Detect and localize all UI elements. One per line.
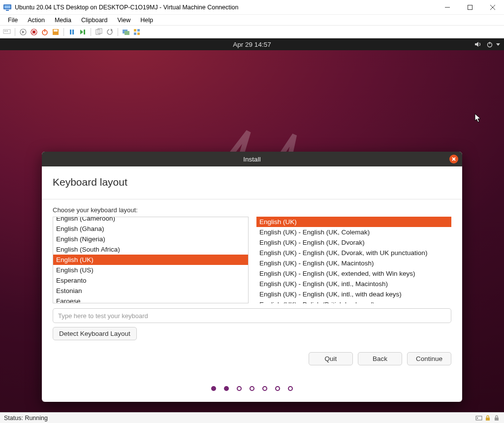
- installer-subtitle: Choose your keyboard layout:: [53, 206, 451, 214]
- svg-point-37: [477, 417, 478, 418]
- svg-rect-19: [72, 30, 74, 34]
- minimize-button[interactable]: [436, 0, 459, 15]
- installer-close-button[interactable]: [449, 155, 458, 163]
- layout-country-item[interactable]: Faroese: [53, 296, 248, 303]
- gnome-topbar: Apr 29 14:57: [0, 38, 504, 50]
- enhanced-session-icon[interactable]: [122, 28, 130, 36]
- turnoff-icon[interactable]: [30, 28, 38, 36]
- layout-variant-item[interactable]: English (UK) - English (UK, Dvorak, with…: [256, 248, 451, 258]
- layout-country-item[interactable]: English (Cameroon): [53, 217, 248, 224]
- layout-variant-item[interactable]: English (UK) - English (UK, Colemak): [256, 227, 451, 237]
- host-titlebar: Ubuntu 20.04 LTS Desktop on DESKTOP-C1O1…: [0, 0, 504, 15]
- layout-variant-item[interactable]: English (UK) - Polish (British keyboard): [256, 299, 451, 303]
- chevron-down-icon: [496, 43, 500, 46]
- progress-dot: [237, 386, 242, 391]
- host-menubar: File Action Media Clipboard View Help: [0, 15, 504, 26]
- svg-rect-17: [54, 30, 58, 32]
- continue-button[interactable]: Continue: [407, 352, 451, 365]
- revert-icon[interactable]: [106, 28, 114, 36]
- network-status-icon: [475, 415, 482, 422]
- gnome-clock[interactable]: Apr 29 14:57: [233, 41, 271, 48]
- host-statusbar: Status: Running: [0, 412, 504, 423]
- ctrl-alt-del-icon[interactable]: [3, 28, 11, 36]
- layout-country-item[interactable]: English (US): [53, 265, 248, 275]
- svg-rect-30: [137, 33, 140, 35]
- layout-country-item[interactable]: Esperanto: [53, 275, 248, 286]
- pause-icon[interactable]: [68, 28, 76, 36]
- menu-media[interactable]: Media: [50, 16, 76, 25]
- checkpoint-icon[interactable]: [95, 28, 103, 36]
- layout-country-item[interactable]: English (Ghana): [53, 224, 248, 234]
- ubuntu-desktop: Apr 29 14:57 Install Keyboard layout Cho…: [0, 38, 504, 412]
- back-button[interactable]: Back: [358, 352, 402, 365]
- detect-layout-button[interactable]: Detect Keyboard Layout: [53, 327, 137, 340]
- layout-variant-item[interactable]: English (UK) - English (UK, Dvorak): [256, 237, 451, 248]
- installer-body: Keyboard layout Choose your keyboard lay…: [42, 166, 462, 402]
- layout-country-item[interactable]: Estonian: [53, 286, 248, 296]
- svg-rect-4: [468, 5, 472, 9]
- menu-view[interactable]: View: [112, 16, 135, 25]
- close-button[interactable]: [481, 0, 504, 15]
- progress-dot: [224, 386, 229, 391]
- progress-dot: [288, 386, 293, 391]
- gnome-system-menu[interactable]: [474, 38, 500, 50]
- layout-variant-list[interactable]: English (UK)English (UK) - English (UK, …: [256, 217, 451, 303]
- svg-marker-31: [475, 42, 478, 47]
- keyboard-test-input[interactable]: [53, 308, 451, 323]
- progress-dot: [250, 386, 254, 391]
- svg-rect-21: [84, 30, 85, 34]
- lock-status-icon: [484, 415, 491, 422]
- menu-clipboard[interactable]: Clipboard: [76, 16, 113, 25]
- menu-action[interactable]: Action: [23, 16, 50, 25]
- host-title-text: Ubuntu 20.04 LTS Desktop on DESKTOP-C1O1…: [15, 4, 238, 11]
- svg-rect-13: [32, 31, 35, 33]
- svg-rect-29: [134, 33, 136, 35]
- save-icon[interactable]: [52, 28, 60, 36]
- svg-rect-39: [495, 418, 499, 421]
- maximize-button[interactable]: [459, 0, 481, 15]
- svg-rect-9: [6, 31, 8, 32]
- svg-rect-2: [6, 10, 9, 11]
- progress-dots: [53, 386, 451, 391]
- mouse-cursor: [474, 113, 481, 123]
- layout-variant-item[interactable]: English (UK) - English (UK, intl., Macin…: [256, 279, 451, 289]
- installer-titlebar[interactable]: Install: [42, 152, 462, 166]
- ubuntu-installer-window: Install Keyboard layout Choose your keyb…: [42, 152, 462, 402]
- svg-rect-28: [137, 29, 140, 32]
- svg-marker-20: [80, 30, 83, 34]
- progress-dot: [262, 386, 267, 391]
- security-status-icon: [493, 415, 500, 422]
- layout-variant-item[interactable]: English (UK) - English (UK, Macintosh): [256, 258, 451, 268]
- quit-button[interactable]: Quit: [309, 352, 353, 365]
- start-icon[interactable]: [19, 28, 27, 36]
- layout-variant-item[interactable]: English (UK) - English (UK, extended, wi…: [256, 268, 451, 279]
- heading-separator: [42, 199, 462, 199]
- svg-marker-11: [22, 31, 25, 33]
- shutdown-icon[interactable]: [41, 28, 49, 36]
- host-toolbar: [0, 26, 504, 38]
- reset-icon[interactable]: [79, 28, 87, 36]
- layout-country-item[interactable]: English (Nigeria): [53, 234, 248, 244]
- layout-country-item[interactable]: English (South Africa): [53, 244, 248, 255]
- svg-rect-36: [476, 416, 482, 420]
- svg-rect-38: [486, 418, 490, 421]
- host-status-text: Status: Running: [4, 415, 48, 422]
- layout-variant-item[interactable]: English (UK) - English (UK, intl., with …: [256, 289, 451, 299]
- layout-variant-item[interactable]: English (UK): [256, 217, 451, 227]
- progress-dot: [275, 386, 280, 391]
- svg-rect-8: [4, 31, 6, 32]
- svg-rect-26: [125, 31, 129, 35]
- layout-country-list[interactable]: English (Cameroon)English (Ghana)English…: [53, 217, 249, 303]
- power-icon: [486, 41, 493, 48]
- svg-rect-27: [134, 29, 136, 32]
- installer-title: Install: [243, 156, 260, 163]
- volume-icon: [474, 41, 481, 48]
- hyperv-icon: [3, 3, 12, 11]
- share-icon[interactable]: [133, 28, 141, 36]
- layout-country-item[interactable]: English (UK): [53, 255, 248, 265]
- svg-rect-1: [4, 5, 10, 8]
- progress-dot: [211, 386, 216, 391]
- svg-rect-18: [70, 30, 71, 34]
- menu-help[interactable]: Help: [135, 16, 158, 25]
- menu-file[interactable]: File: [3, 16, 23, 25]
